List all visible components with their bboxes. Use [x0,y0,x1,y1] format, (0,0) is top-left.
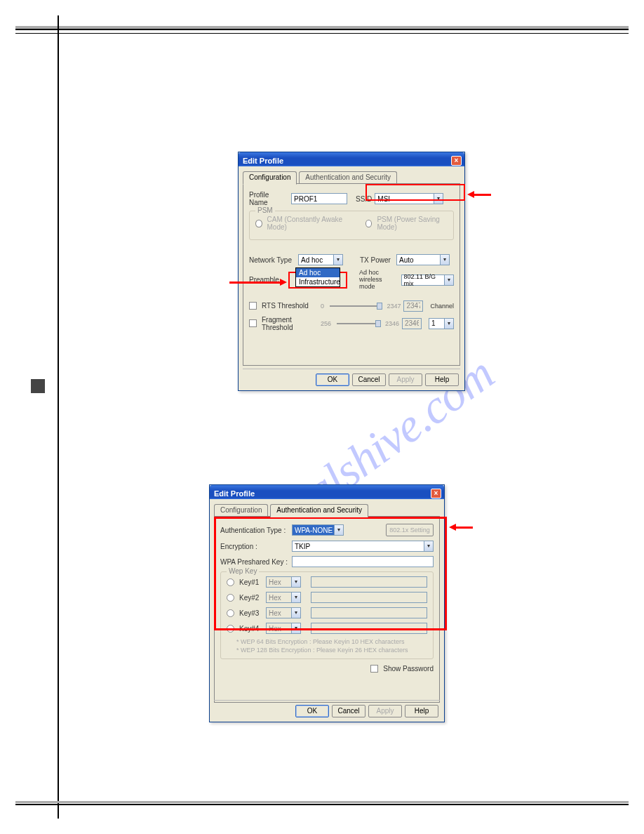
psm-group: PSM CAM (Constantly Awake Mode) PSM (Pow… [249,211,454,240]
close-icon[interactable]: × [431,489,441,498]
apply-button: Apply [389,373,422,386]
cancel-button[interactable]: Cancel [352,373,386,386]
rts-checkbox[interactable] [249,302,257,310]
chevron-down-icon: ▾ [333,255,342,265]
encryption-select[interactable]: TKIP ▾ [292,541,434,552]
psm-label: PSM (Power Saving Mode) [377,216,448,231]
auth-type-value: WPA-NONE [295,527,334,534]
chevron-down-icon: ▾ [291,623,300,633]
key4-label: Key#4 [239,625,263,633]
key1-format-value: Hex [269,578,291,586]
encryption-value: TKIP [295,543,424,550]
frag-label: Fragment Threshold [262,316,318,331]
adhoc-mode-select[interactable]: 802.11 B/G mix ▾ [401,274,454,286]
rts-label: RTS Threshold [262,302,318,310]
tab-authentication[interactable]: Authentication and Security [299,171,397,184]
apply-button: Apply [368,705,402,717]
button-bar: OK Cancel Apply Help [316,373,459,386]
channel-label: Channel [430,303,454,310]
key1-label: Key#1 [239,578,263,586]
key4-format-value: Hex [269,625,291,633]
frag-value [402,318,422,329]
auth-type-select[interactable]: WPA-NONE ▾ [292,524,344,536]
chevron-down-icon: ▾ [291,593,300,602]
frag-min: 256 [321,320,331,327]
psk-input[interactable] [292,556,434,567]
ok-button[interactable]: OK [295,705,329,717]
edit-profile-dialog-config: Edit Profile × Configuration Authenticat… [238,152,465,391]
chevron-down-icon: ▾ [424,541,433,551]
network-type-option-adhoc[interactable]: Ad hoc [296,268,340,277]
cancel-button[interactable]: Cancel [332,705,365,717]
key1-format: Hex ▾ [266,576,301,588]
rts-slider[interactable] [330,305,381,307]
tab-strip: Configuration Authentication and Securit… [243,171,460,183]
profile-name-input[interactable] [291,193,347,204]
tab-authentication[interactable]: Authentication and Security [270,504,368,517]
close-icon[interactable]: × [451,156,462,166]
adhoc-mode-label: Ad hoc wireless mode [359,270,398,291]
network-type-option-infrastructure[interactable]: Infrastructure [296,277,340,286]
network-type-dropdown[interactable]: Ad hoc Infrastructure [295,267,340,287]
titlebar: Edit Profile × [239,152,464,166]
psm-radio [365,220,373,227]
frag-max: 2346 [385,320,399,327]
chevron-down-icon: ▾ [444,319,453,329]
annotation-arrow-network-type [229,279,287,286]
chevron-down-icon: ▾ [440,255,449,265]
chevron-down-icon: ▾ [334,525,343,535]
button-bar: OK Cancel Apply Help [295,705,438,717]
key3-radio [227,609,234,617]
annotation-arrow-auth-section [449,524,473,531]
rts-min: 0 [321,303,324,310]
key4-radio [227,625,234,633]
key2-input [311,592,427,603]
key2-format: Hex ▾ [266,592,301,603]
help-button[interactable]: Help [405,705,438,717]
titlebar: Edit Profile × [210,485,444,499]
wep-hint-64: * WEP 64 Bits Encryption : Please Keyin … [236,638,427,647]
wep-hint-128: * WEP 128 Bits Encryption : Please Keyin… [236,647,427,655]
key2-radio [227,594,234,602]
page-left-rule [58,15,59,819]
key1-input [311,576,427,588]
tab-configuration[interactable]: Configuration [214,504,268,517]
tx-power-select[interactable]: Auto ▾ [396,254,450,265]
annotation-arrow-ssid [467,191,491,198]
ssid-value: MSI [377,195,434,203]
ssid-select[interactable]: MSI ▾ [375,193,443,204]
network-type-value: Ad hoc [301,256,333,264]
edit-profile-dialog-auth: Edit Profile × Configuration Authenticat… [209,484,445,722]
key1-radio [227,578,234,586]
adhoc-mode-value: 802.11 B/G mix [404,273,444,287]
channel-value: 1 [431,319,444,327]
help-button[interactable]: Help [425,373,459,386]
button-separator [243,369,460,369]
key3-format-value: Hex [269,609,291,617]
wep-legend: Wep Key [227,567,259,575]
key3-label: Key#3 [239,609,263,617]
tx-power-value: Auto [399,256,440,264]
rts-max: 2347 [387,303,401,310]
tab-configuration[interactable]: Configuration [243,171,297,185]
rts-value [403,300,423,312]
cam-radio [255,220,262,227]
ssid-label: SSID [356,195,372,203]
ok-button[interactable]: OK [316,373,349,386]
chevron-down-icon: ▾ [291,608,300,618]
frag-slider[interactable] [337,323,380,324]
chevron-down-icon: ▾ [291,577,300,587]
page-bottom-rule [15,804,629,808]
encryption-label: Encryption : [220,543,289,550]
auth-panel: Authentication Type : WPA-NONE ▾ 802.1x … [214,516,440,703]
page-top-rule [15,26,629,30]
auth-type-label: Authentication Type : [220,527,289,534]
frag-checkbox[interactable] [249,319,257,327]
show-password-label: Show Password [383,665,434,673]
show-password-checkbox[interactable] [370,665,378,673]
channel-select[interactable]: 1 ▾ [429,318,454,329]
key2-format-value: Hex [269,594,291,602]
network-type-select[interactable]: Ad hoc ▾ [298,254,343,265]
chevron-down-icon: ▾ [434,194,443,204]
page-side-tab [31,379,45,393]
